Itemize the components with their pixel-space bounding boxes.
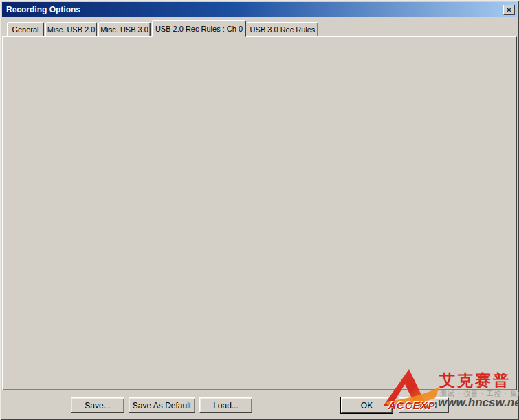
tab-usb30-rec-rules[interactable]: USB 3.0 Rec Rules xyxy=(247,22,318,36)
tab-usb20-rec-rules[interactable]: USB 2.0 Rec Rules : Ch 0 xyxy=(152,20,246,37)
save-button[interactable]: Save... xyxy=(71,397,124,413)
window-title: Recording Options xyxy=(6,5,503,14)
recording-options-dialog: Recording Options ✕ General Misc. USB 2.… xyxy=(0,0,519,420)
tab-page xyxy=(2,36,517,390)
save-as-default-button[interactable]: Save As Default xyxy=(129,397,195,413)
tab-general[interactable]: General xyxy=(7,22,44,36)
load-button[interactable]: Load... xyxy=(199,397,252,413)
title-bar: Recording Options ✕ xyxy=(2,2,517,17)
cancel-button[interactable]: Cancel xyxy=(399,397,449,413)
close-button[interactable]: ✕ xyxy=(503,5,515,15)
ok-button[interactable]: OK xyxy=(341,397,393,413)
watermark-slogan: 测试 · 仪器 · 工控 · 集成 xyxy=(440,389,519,399)
tab-misc-usb20[interactable]: Misc. USB 2.0 xyxy=(45,22,97,36)
tab-misc-usb30[interactable]: Misc. USB 3.0 xyxy=(98,22,151,36)
watermark-url: www.hncsw.net xyxy=(438,396,519,410)
close-icon: ✕ xyxy=(506,6,511,14)
